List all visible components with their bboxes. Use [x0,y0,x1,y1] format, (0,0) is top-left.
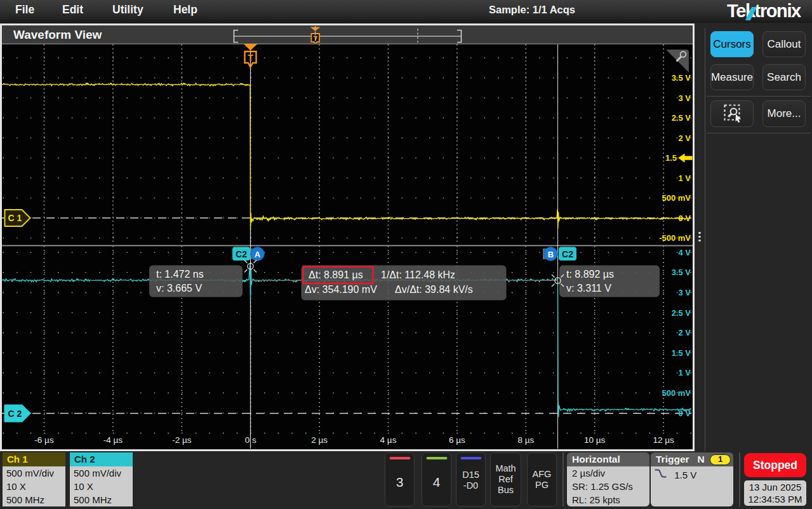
svg-text:6 µs: 6 µs [449,435,465,445]
svg-text:2.5 V: 2.5 V [672,113,691,123]
svg-text:1.5 V: 1.5 V [672,348,691,358]
svg-text:3.5 V: 3.5 V [672,268,691,277]
svg-text:C2: C2 [236,249,247,259]
svg-text:t: 1.472 ns: t: 1.472 ns [156,269,204,280]
svg-text:C2: C2 [562,249,573,259]
svg-text:1 V: 1 V [678,173,691,183]
svg-text:4 V: 4 V [678,248,691,257]
svg-text:1.5: 1.5 [665,153,677,163]
svg-text:500 mV: 500 mV [662,388,691,398]
svg-text:v: 3.311 V: v: 3.311 V [566,283,611,294]
svg-text:3 V: 3 V [678,288,691,297]
svg-text:Δv: 354.190 mV: Δv: 354.190 mV [305,284,377,295]
svg-text:-500 mV: -500 mV [659,233,691,243]
svg-text:Δv/Δt: 39.84 kV/s: Δv/Δt: 39.84 kV/s [395,284,473,295]
svg-text:C 2: C 2 [8,409,22,419]
svg-text:T: T [248,53,253,63]
svg-text:1 V: 1 V [678,368,691,377]
svg-text:0 V: 0 V [678,214,691,223]
svg-text:3 V: 3 V [678,93,691,103]
svg-text:Δt: 8.891 µs: Δt: 8.891 µs [309,269,363,280]
svg-text:0 V: 0 V [678,409,691,418]
svg-text:v: 3.665 V: v: 3.665 V [156,283,202,294]
svg-text:-6 µs: -6 µs [34,435,54,445]
svg-text:B: B [548,250,554,259]
svg-text:4 µs: 4 µs [380,435,397,445]
svg-text:2 V: 2 V [678,328,691,337]
svg-text:2 µs: 2 µs [311,435,328,445]
svg-text:2.5 V: 2.5 V [672,308,691,318]
svg-text:A: A [255,250,261,259]
svg-text:C 1: C 1 [8,213,22,223]
svg-text:-4 µs: -4 µs [103,435,123,445]
svg-text:3.5 V: 3.5 V [672,73,691,83]
svg-text:500 mV: 500 mV [662,193,691,203]
svg-text:t: 8.892 µs: t: 8.892 µs [566,269,614,280]
svg-text:-2 µs: -2 µs [172,435,192,445]
svg-text:8 µs: 8 µs [517,435,534,445]
svg-text:0 s: 0 s [245,435,256,445]
svg-text:12 µs: 12 µs [653,435,674,445]
svg-text:2 V: 2 V [678,133,691,143]
svg-text:10 µs: 10 µs [584,435,606,445]
svg-text:1/Δt: 112.48 kHz: 1/Δt: 112.48 kHz [381,269,455,280]
